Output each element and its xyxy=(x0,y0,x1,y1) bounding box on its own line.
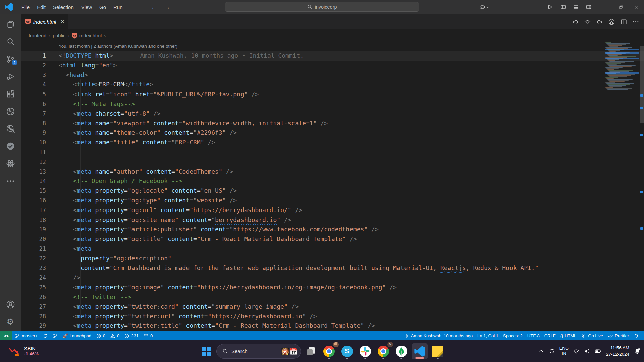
back-icon[interactable]: ← xyxy=(151,4,157,11)
sync-pending-icon[interactable] xyxy=(549,348,555,354)
activitybar-settings[interactable]: ⚙ xyxy=(2,314,18,330)
activitybar-additional-views[interactable] xyxy=(2,173,18,189)
code-line-8[interactable]: 8 <meta name="viewport" content="width=d… xyxy=(21,119,644,128)
code-line-5[interactable]: 5 <link rel="icon" href="%PUBLIC_URL%/ER… xyxy=(21,89,644,99)
code-line-18[interactable]: 18 <meta property="og:site_name" content… xyxy=(21,215,644,225)
minimap[interactable] xyxy=(605,42,639,146)
tab-close-icon[interactable]: × xyxy=(61,18,64,25)
code-line-4[interactable]: 4 <title>ERP-CRM</title> xyxy=(21,80,644,89)
toggle-sidebar-icon[interactable] xyxy=(560,4,566,10)
code-line-20[interactable]: 20 <meta property="og:title" content="Cr… xyxy=(21,234,644,244)
status-launchpad[interactable]: 🚀Launchpad xyxy=(60,331,94,340)
code-line-9[interactable]: 9 <meta name="theme-color" content="#229… xyxy=(21,128,644,138)
status-231[interactable]: 231 xyxy=(122,331,141,340)
status-0[interactable]: 0 xyxy=(141,331,155,340)
menu-file[interactable]: File xyxy=(18,2,33,12)
menu-go[interactable]: Go xyxy=(96,2,110,12)
code-line-29[interactable]: 29 <meta property="twitter:title" conten… xyxy=(21,321,644,331)
code-line-27[interactable]: 27 <meta property="twitter:card" content… xyxy=(21,302,644,312)
start-button[interactable] xyxy=(198,343,214,359)
activitybar-extensions[interactable] xyxy=(2,86,18,102)
code-line-16[interactable]: 16 <meta property="og:type" content="web… xyxy=(21,196,644,205)
split-editor-icon[interactable] xyxy=(620,18,627,25)
status-prettier[interactable]: Prettier xyxy=(605,331,631,340)
bell-dnd-icon[interactable] xyxy=(634,348,641,355)
stocks-widget[interactable]: SBIN -1.46% xyxy=(5,344,42,358)
activitybar-accounts[interactable] xyxy=(2,296,18,312)
chevron-up-icon[interactable] xyxy=(538,348,544,354)
customize-layout-icon[interactable] xyxy=(547,4,553,10)
status-gitlens-branch-icon[interactable] xyxy=(50,331,60,340)
toggle-secondary-sidebar-icon[interactable] xyxy=(586,4,592,10)
activitybar-gitlens-inspect[interactable] xyxy=(2,121,18,137)
breadcrumb-index-html[interactable]: <>index.html xyxy=(72,33,102,39)
code-line-26[interactable]: 26 <!-- Twitter --> xyxy=(21,292,644,302)
status-go-live[interactable]: Go Live xyxy=(579,331,605,340)
code-line-24[interactable]: 24 /> xyxy=(21,273,644,283)
copilot-menu[interactable] xyxy=(479,4,490,10)
gitlens-graph-icon[interactable] xyxy=(608,18,615,25)
status-master[interactable]: master+ xyxy=(12,331,40,340)
taskbar-slack[interactable] xyxy=(357,343,373,359)
code-line-22[interactable]: 22 property="og:description" xyxy=(21,254,644,263)
code-line-13[interactable]: 13 <meta name="author" content="CodedThe… xyxy=(21,167,644,177)
language-indicator[interactable]: ENG IN xyxy=(559,346,569,356)
status-0[interactable]: 0 xyxy=(94,331,108,340)
activitybar-react-devtools[interactable] xyxy=(2,156,18,172)
taskbar-chrome-profile-2[interactable]: V xyxy=(375,343,391,359)
code-line-1[interactable]: 1<!DOCTYPE html>Aman Kushwah, 10 months … xyxy=(21,51,644,61)
toggle-panel-icon[interactable] xyxy=(573,4,579,10)
status-ln-1-col-1[interactable]: Ln 1, Col 1 xyxy=(475,331,501,340)
menu-run[interactable]: Run xyxy=(110,2,126,12)
code-line-23[interactable]: 23 content="Crm Dashboard is made for th… xyxy=(21,263,644,273)
remote-indicator[interactable]: >< xyxy=(0,331,12,340)
restore-button[interactable] xyxy=(613,0,629,14)
code-line-28[interactable]: 28 <meta property="twitter:url" content=… xyxy=(21,312,644,321)
editor-scrollbar[interactable] xyxy=(639,42,644,331)
taskbar-skype[interactable]: S xyxy=(339,343,355,359)
status-sync-icon[interactable] xyxy=(40,331,50,340)
code-line-3[interactable]: 3 <head> xyxy=(21,70,644,80)
minimize-button[interactable] xyxy=(598,0,613,14)
status-crlf[interactable]: CRLF xyxy=(542,331,558,340)
activitybar-source-control[interactable]: 2 xyxy=(2,51,18,67)
battery-icon[interactable] xyxy=(594,348,602,354)
status-aman-kushwah-10-months-ago[interactable]: Aman Kushwah, 10 months ago xyxy=(401,331,475,340)
code-line-15[interactable]: 15 <meta property="og:locale" content="e… xyxy=(21,186,644,196)
menu-more[interactable]: ⋯ xyxy=(126,2,139,12)
code-line-12[interactable]: 12 xyxy=(21,157,644,167)
code-line-19[interactable]: 19 <meta property="article:publisher" co… xyxy=(21,225,644,234)
more-actions-icon[interactable] xyxy=(632,18,639,25)
activitybar-run-and-debug[interactable] xyxy=(2,68,18,84)
taskbar-vscode[interactable] xyxy=(412,343,428,359)
taskbar-chrome-profile-1[interactable] xyxy=(321,343,337,359)
breadcrumb-frontend[interactable]: frontend xyxy=(29,33,46,38)
speaker-icon[interactable] xyxy=(584,348,590,354)
forward-icon[interactable]: → xyxy=(164,4,170,11)
change-icon[interactable] xyxy=(584,18,591,25)
tab-index-html[interactable]: <> index.html × xyxy=(21,14,68,29)
activitybar-gitlens[interactable] xyxy=(2,103,18,119)
status-utf-8[interactable]: UTF-8 xyxy=(525,331,542,340)
activitybar-explorer[interactable] xyxy=(2,16,18,32)
code-line-21[interactable]: 21 <meta xyxy=(21,244,644,254)
scrollbar-thumb[interactable] xyxy=(640,46,644,123)
activitybar-checks[interactable] xyxy=(2,138,18,154)
code-editor[interactable]: You, last month | 2 authors (Aman Kushwa… xyxy=(21,42,644,331)
codelens-authors[interactable]: You, last month | 2 authors (Aman Kushwa… xyxy=(21,42,644,51)
close-button[interactable] xyxy=(629,0,644,14)
clock[interactable]: 11:56 AM 27-12-2024 xyxy=(606,345,629,357)
status-0[interactable]: 0 xyxy=(108,331,122,340)
status-spaces-2[interactable]: Spaces: 2 xyxy=(501,331,525,340)
menu-selection[interactable]: Selection xyxy=(49,2,77,12)
code-line-25[interactable]: 25 <meta property="og:image" content="ht… xyxy=(21,283,644,292)
code-line-17[interactable]: 17 <meta property="og:url" content="http… xyxy=(21,205,644,215)
breadcrumb--[interactable]: ... xyxy=(108,33,112,38)
taskbar-task-view[interactable] xyxy=(303,343,319,359)
next-change-icon[interactable] xyxy=(596,18,603,25)
activitybar-search[interactable] xyxy=(2,34,18,50)
taskbar-search[interactable]: Search 🎇📅 xyxy=(216,344,301,359)
code-line-7[interactable]: 7 <meta charset="utf-8" /> xyxy=(21,109,644,119)
previous-change-icon[interactable] xyxy=(572,18,579,25)
command-center-search[interactable]: invoiceerp xyxy=(225,2,419,12)
